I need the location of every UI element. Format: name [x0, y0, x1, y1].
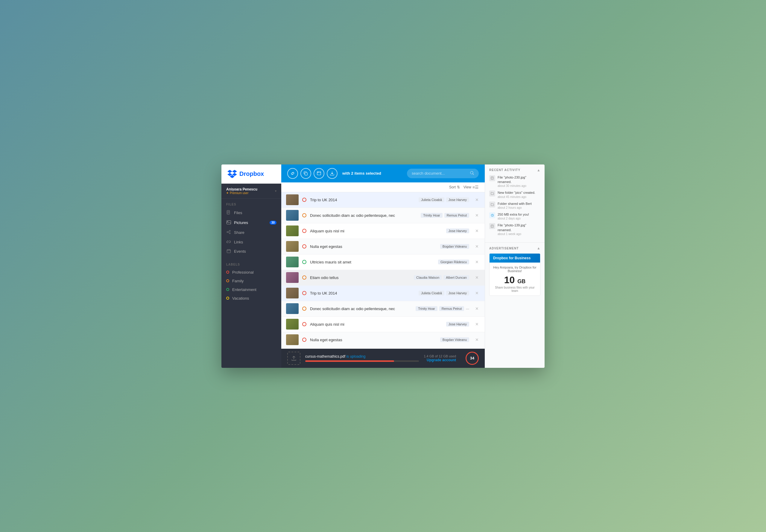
table-row[interactable]: Donec sollicitudin diam ac odio pellente…	[281, 208, 485, 223]
file-thumbnail	[286, 257, 298, 267]
links-icon	[226, 240, 231, 244]
file-close-button[interactable]: ✕	[474, 321, 480, 328]
search-box	[407, 169, 479, 178]
file-name: Aliquam quis nisl mi	[310, 229, 443, 233]
copy-button[interactable]	[300, 168, 311, 179]
file-status-dot	[302, 229, 306, 233]
storage-number: 34	[470, 356, 474, 360]
share-label: Share	[234, 230, 244, 235]
label-family[interactable]: Family	[221, 277, 281, 285]
file-thumbnail	[286, 334, 298, 345]
upload-info: cursus-mathemathics.pdf is uploading	[305, 354, 419, 362]
toolbar: with 2 items selected	[281, 164, 485, 182]
advertisement-content: Dropbox for Business Hey Anișoara, try D…	[489, 253, 540, 296]
sort-button[interactable]: Sort ⇅	[449, 185, 460, 189]
sidebar-nav-links[interactable]: Links	[221, 237, 281, 247]
file-close-button[interactable]: ✕	[474, 243, 480, 250]
sidebar-nav-share[interactable]: Share	[221, 228, 281, 237]
move-button[interactable]	[313, 168, 324, 179]
svg-rect-10	[491, 177, 494, 179]
sidebar-nav-pictures[interactable]: Pictures 30	[221, 218, 281, 228]
links-label: Links	[234, 240, 243, 244]
app-name: Dropbox	[239, 170, 264, 177]
list-item: New folder "pics" created. about 45 minu…	[489, 190, 540, 198]
advertisement-header: ADVERTISEMENT ▲	[489, 246, 540, 250]
file-close-button[interactable]: ✕	[474, 289, 480, 297]
ad-banner: Dropbox for Business	[490, 254, 540, 263]
sidebar-user[interactable]: Anișoara Penescu Premium user ▾	[221, 184, 281, 199]
link-button[interactable]	[287, 168, 298, 179]
file-tag: Jose Harvey	[446, 322, 469, 327]
table-row[interactable]: Aliquam quis nisl mi Jose Harvey ✕	[281, 223, 485, 239]
view-button[interactable]: View ≡☰	[464, 185, 479, 190]
upload-progress-fill	[305, 360, 394, 362]
advertisement-section: ADVERTISEMENT ▲ Dropbox for Business Hey…	[485, 243, 545, 368]
ad-gb-amount: 10 GB	[493, 275, 537, 285]
list-item: File "photo-230.jpg" renamed. about 30 m…	[489, 175, 540, 188]
file-name: Trip to UK 2014	[310, 198, 415, 202]
file-close-button[interactable]: ✕	[474, 305, 480, 312]
table-row[interactable]: Trip to UK 2014 Julieta Cioabă Jose Harv…	[281, 286, 485, 301]
app-container: Dropbox Anișoara Penescu Premium user ▾ …	[221, 164, 545, 368]
upload-bar: cursus-mathemathics.pdf is uploading 1.4…	[281, 349, 485, 368]
pictures-icon	[226, 220, 231, 225]
activity-collapse-button[interactable]: ▲	[537, 168, 540, 172]
table-row[interactable]: Trip to UK 2014 Julieta Cioabă Jose Harv…	[281, 192, 485, 208]
file-name: Nulla eget egestas	[310, 244, 437, 249]
file-name: Donec sollicitudin diam ac odio pellente…	[310, 213, 417, 218]
list-item: 250 MB extra for you! about 2 days ago	[489, 212, 540, 220]
file-close-button[interactable]: ✕	[474, 196, 480, 203]
ad-gb-unit: GB	[517, 278, 526, 284]
sidebar-nav-files[interactable]: Files	[221, 208, 281, 218]
table-row[interactable]: Nulla eget egestas Bogdan Videanu ✕	[281, 239, 485, 254]
file-status-dot	[302, 260, 306, 264]
activity-content-1: File "photo-230.jpg" renamed. about 30 m…	[498, 175, 540, 188]
label-entertainment[interactable]: Entertainment	[221, 285, 281, 294]
upgrade-link[interactable]: Upgrade account	[424, 358, 456, 362]
dropbox-logo-icon	[227, 170, 237, 178]
activity-time-2: about 45 minutes ago	[498, 195, 535, 199]
sort-icon: ⇅	[457, 185, 460, 189]
view-icon: ≡☰	[473, 185, 479, 190]
selected-count: 2 items	[351, 171, 365, 176]
download-button[interactable]	[327, 168, 337, 179]
file-list-header: Sort ⇅ View ≡☰	[281, 182, 485, 192]
labels-section-label: LABELS	[221, 259, 281, 268]
table-row[interactable]: Nulla eget egestas Bogdan Videanu ✕	[281, 332, 485, 348]
file-tag: Julieta Cioabă	[419, 291, 444, 295]
file-close-button[interactable]: ✕	[474, 258, 480, 266]
sidebar-nav-events[interactable]: Events	[221, 247, 281, 256]
table-row[interactable]: Etiam odio tellus Claudia Watson Albert …	[281, 270, 485, 286]
ad-collapse-button[interactable]: ▲	[537, 246, 540, 250]
table-row[interactable]: Ultricies mauris sit amet Giorgian Rădes…	[281, 254, 485, 270]
upload-filename: cursus-mathemathics.pdf is uploading	[305, 354, 419, 359]
search-input[interactable]	[412, 171, 468, 176]
files-label: Files	[234, 211, 242, 215]
activity-icon-2	[489, 190, 495, 196]
file-close-button[interactable]: ✕	[474, 274, 480, 281]
upload-icon	[287, 352, 300, 365]
label-professional[interactable]: Professional	[221, 268, 281, 277]
files-icon	[226, 210, 231, 216]
pictures-badge: 30	[269, 221, 276, 225]
label-vacations[interactable]: Vacations	[221, 294, 281, 303]
professional-dot	[226, 271, 229, 274]
file-close-button[interactable]: ✕	[474, 227, 480, 234]
file-status-dot	[302, 322, 306, 326]
file-close-button[interactable]: ✕	[474, 212, 480, 219]
table-row[interactable]: Donec sollicitudin diam ac odio pellente…	[281, 301, 485, 317]
search-icon[interactable]	[470, 171, 474, 176]
ad-subtitle: Hey Anișoara, try Dropbox for Business!	[493, 266, 537, 273]
file-name: Trip to UK 2014	[310, 291, 415, 295]
recent-activity-title: RECENT ACTIVITY	[489, 168, 520, 172]
file-close-button[interactable]: ✕	[474, 336, 480, 343]
table-row[interactable]: Aliquam quis nisl mi Jose Harvey ✕	[281, 317, 485, 332]
file-tag: Jose Harvey	[446, 197, 469, 202]
file-tags: Giorgian Rădescu	[438, 260, 469, 264]
activity-time-5: about 1 week ago	[498, 232, 540, 236]
entertainment-dot	[226, 288, 229, 291]
user-name: Anișoara Penescu	[226, 187, 257, 191]
file-status-dot	[302, 338, 306, 342]
activity-content-2: New folder "pics" created. about 45 minu…	[498, 190, 535, 198]
file-tag: Claudia Watson	[414, 275, 442, 280]
